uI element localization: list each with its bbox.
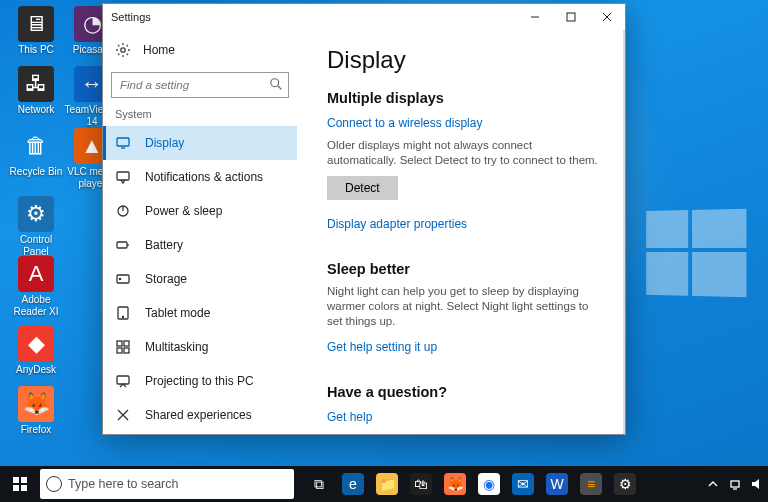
display-adapter-link[interactable]: Display adapter properties [327,217,467,231]
nav-display[interactable]: Display [103,126,297,160]
nav-icon [115,135,131,151]
store-icon: 🛍 [410,473,432,495]
taskbar-file-explorer[interactable]: 📁 [370,466,404,502]
icon-label: Control Panel [8,234,64,258]
taskbar: Type here to search ⧉e📁🛍🦊◉✉W≡⚙ [0,466,768,502]
nav-icon [115,305,131,321]
chrome-icon: ◉ [478,473,500,495]
word-icon: W [546,473,568,495]
nav-storage[interactable]: Storage [103,262,297,296]
nav-label: Storage [145,272,187,286]
svg-rect-15 [117,376,129,384]
icon-label: Adobe Reader XI [8,294,64,318]
svg-point-10 [122,316,123,317]
svg-point-2 [271,79,279,87]
taskbar-search-placeholder: Type here to search [68,477,178,491]
settings-sidebar: Home System DisplayNotifications & actio… [103,30,297,434]
detect-description: Older displays might not always connect … [327,138,601,168]
nav-label: Shared experiences [145,408,252,422]
cortana-icon [40,476,68,492]
chevron-up-icon[interactable] [706,477,720,491]
svg-rect-14 [124,348,129,353]
icon-label: Recycle Bin [8,166,64,178]
settings-window: Settings Home System DisplayNotification… [102,3,626,435]
edge-icon: e [342,473,364,495]
sleep-better-desc: Night light can help you get to sleep by… [327,284,601,329]
nav-notifications-actions[interactable]: Notifications & actions [103,160,297,194]
control-panel-icon: ⚙ [18,196,54,232]
firefox-icon: 🦊 [18,386,54,422]
taskbar-edge[interactable]: e [336,466,370,502]
nav-label: Display [145,136,184,150]
desktop-icon-firefox[interactable]: 🦊Firefox [8,386,64,436]
firefox-icon: 🦊 [444,473,466,495]
adobe-reader-icon: A [18,256,54,292]
taskbar-task-view[interactable]: ⧉ [302,466,336,502]
gear-icon [115,42,131,58]
svg-rect-18 [13,485,19,491]
start-button[interactable] [0,466,40,502]
svg-rect-13 [117,348,122,353]
taskbar-word[interactable]: W [540,466,574,502]
scrollbar[interactable] [623,30,625,434]
wireless-display-link[interactable]: Connect to a wireless display [327,116,482,130]
settings-main: Display Multiple displays Connect to a w… [297,30,625,434]
icon-label: Network [8,104,64,116]
file-explorer-icon: 📁 [376,473,398,495]
close-button[interactable] [589,4,625,30]
svg-rect-4 [117,172,129,180]
nav-icon [115,407,131,423]
network-icon[interactable] [728,477,742,491]
nav-label: Projecting to this PC [145,374,254,388]
svg-rect-3 [117,138,129,146]
desktop-icon-this-pc[interactable]: 🖥This PC [8,6,64,56]
svg-point-1 [121,48,125,52]
sleep-help-link[interactable]: Get help setting it up [327,340,437,354]
desktop-icon-network[interactable]: 🖧Network [8,66,64,116]
sublime-icon: ≡ [580,473,602,495]
svg-point-8 [119,278,120,279]
nav-tablet-mode[interactable]: Tablet mode [103,296,297,330]
find-setting-input[interactable] [111,72,289,98]
nav-label: Power & sleep [145,204,222,218]
system-tray[interactable] [706,477,768,491]
svg-rect-0 [567,13,575,21]
nav-shared-experiences[interactable]: Shared experiences [103,398,297,432]
this-pc-icon: 🖥 [18,6,54,42]
detect-button[interactable]: Detect [327,176,398,200]
desktop-icon-recycle-bin[interactable]: 🗑Recycle Bin [8,128,64,178]
desktop-icon-control-panel[interactable]: ⚙Control Panel [8,196,64,258]
svg-rect-12 [124,341,129,346]
icon-label: AnyDesk [8,364,64,376]
multiple-displays-heading: Multiple displays [327,90,601,106]
nav-battery[interactable]: Battery [103,228,297,262]
search-icon [269,77,283,91]
nav-icon [115,339,131,355]
taskbar-store[interactable]: 🛍 [404,466,438,502]
nav-projecting-to-this-pc[interactable]: Projecting to this PC [103,364,297,398]
nav-label: Multitasking [145,340,208,354]
titlebar[interactable]: Settings [103,4,625,30]
nav-power-sleep[interactable]: Power & sleep [103,194,297,228]
svg-rect-16 [13,477,19,483]
taskbar-firefox[interactable]: 🦊 [438,466,472,502]
taskbar-search[interactable]: Type here to search [40,469,294,499]
nav-icon [115,373,131,389]
volume-icon[interactable] [750,477,764,491]
desktop-icon-anydesk[interactable]: ◆AnyDesk [8,326,64,376]
nav-icon [115,237,131,253]
desktop-icon-adobe-reader[interactable]: AAdobe Reader XI [8,256,64,318]
get-help-link[interactable]: Get help [327,410,372,424]
home-nav[interactable]: Home [103,36,297,64]
nav-multitasking[interactable]: Multitasking [103,330,297,364]
maximize-button[interactable] [553,4,589,30]
minimize-button[interactable] [517,4,553,30]
taskbar-outlook[interactable]: ✉ [506,466,540,502]
svg-rect-17 [21,477,27,483]
icon-label: Firefox [8,424,64,436]
taskbar-chrome[interactable]: ◉ [472,466,506,502]
taskbar-settings[interactable]: ⚙ [608,466,642,502]
svg-rect-6 [117,242,127,248]
taskbar-sublime[interactable]: ≡ [574,466,608,502]
nav-label: Tablet mode [145,306,210,320]
